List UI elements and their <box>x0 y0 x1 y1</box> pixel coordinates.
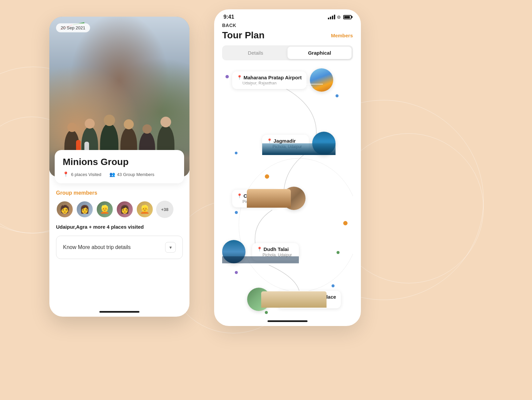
pin-icon-jagmadir: 📍 <box>267 138 272 143</box>
pin-icon-dudh: 📍 <box>257 247 262 252</box>
status-time: 9:41 <box>223 14 234 20</box>
dot-purple-1 <box>225 75 229 78</box>
signal-icon <box>328 15 335 19</box>
dot-purple-2 <box>235 271 238 274</box>
dot-blue-3 <box>235 211 238 214</box>
dot-blue-1 <box>336 94 339 97</box>
airport-subtitle: Udaipur, Rajasthan <box>242 81 302 86</box>
members-section: Group members 🧑 👩 👱 👩 👱 +38 <box>56 190 183 218</box>
location-city-palace: 📍 City Palace Pichola, Udaipur <box>232 187 306 210</box>
tab-details[interactable]: Details <box>223 47 288 59</box>
dot-orange-2 <box>343 221 348 225</box>
members-section-title: Group members <box>56 190 183 196</box>
location-airport: 📍 Maharana Pratap Airport Udaipur, Rajas… <box>232 68 333 92</box>
jagmadir-image <box>312 132 336 155</box>
people-icon: 👥 <box>109 172 115 177</box>
group-card: Minions Group 📍 6 places Visited 👥 43 Gr… <box>55 150 184 183</box>
home-indicator <box>99 311 139 313</box>
pin-icon-city: 📍 <box>237 193 242 198</box>
tab-graphical[interactable]: Graphical <box>288 47 352 59</box>
status-bar: 9:41 ⊜ <box>214 9 361 20</box>
know-more-button[interactable]: Know More about trip details ▾ <box>56 236 183 259</box>
avatar-4: 👩 <box>116 201 133 218</box>
hero-date: 20 Sep 2021 <box>56 23 90 32</box>
location-jagmadir: 📍 Jagmadir Pichola, Udaipur <box>262 132 336 155</box>
avatar-2: 👩 <box>76 201 93 218</box>
places-visited-text: Udaipur,Agra + more 4 places visited <box>56 224 183 230</box>
group-name: Minions Group <box>63 157 176 167</box>
location-icon: 📍 <box>63 171 69 177</box>
tour-plan-title: Tour Plan <box>222 30 264 41</box>
status-icons: ⊜ <box>328 14 352 20</box>
dot-blue-2 <box>235 152 237 154</box>
phone-header: BACK Tour Plan Members <box>214 20 361 41</box>
graphical-view: 📍 Maharana Pratap Airport Udaipur, Rajas… <box>222 65 353 315</box>
avatars-more-count: +38 <box>156 201 173 218</box>
airport-image <box>310 68 333 92</box>
dudh-talai-image <box>222 240 245 263</box>
avatar-3: 👱 <box>96 201 113 218</box>
places-stat: 📍 6 places Visited <box>63 171 101 177</box>
airport-name: Maharana Pratap Airport <box>243 75 302 80</box>
tab-bar: Details Graphical <box>222 45 353 60</box>
dot-blue-4 <box>332 284 335 287</box>
lake-garden-image <box>247 288 271 311</box>
dropdown-icon[interactable]: ▾ <box>165 242 176 253</box>
right-phone: 9:41 ⊜ BACK Tour Plan Members Details Gr… <box>214 9 361 326</box>
avatar-1: 🧑 <box>56 201 73 218</box>
back-button-right[interactable]: BACK <box>222 23 353 28</box>
battery-icon <box>343 15 352 19</box>
right-home-indicator <box>268 320 308 322</box>
jagmadir-name: Jagmadir <box>274 138 296 144</box>
location-lake-garden: 📍 Lake Garden Palace Pichola, Udaipur <box>247 288 341 311</box>
dudh-talai-name: Dudh Talai <box>263 246 289 252</box>
location-dudh-talai: 📍 Dudh Talai Pichola, Udaipur <box>222 240 299 263</box>
dot-green-2 <box>265 311 268 314</box>
avatars-row: 🧑 👩 👱 👩 👱 +38 <box>56 201 183 218</box>
wifi-icon: ⊜ <box>337 14 341 20</box>
avatar-5: 👱 <box>136 201 153 218</box>
know-more-label: Know More about trip details <box>63 244 131 250</box>
svg-point-0 <box>239 158 353 292</box>
members-stat: 👥 43 Group Members <box>109 171 154 177</box>
dot-green-1 <box>337 251 340 254</box>
pin-icon-airport: 📍 <box>237 75 242 80</box>
city-palace-image <box>282 187 306 210</box>
members-link[interactable]: Members <box>331 33 353 38</box>
left-phone: 20 Sep 2021 Minions Group 📍 6 places Vis… <box>49 17 189 317</box>
dot-orange-1 <box>265 174 269 179</box>
